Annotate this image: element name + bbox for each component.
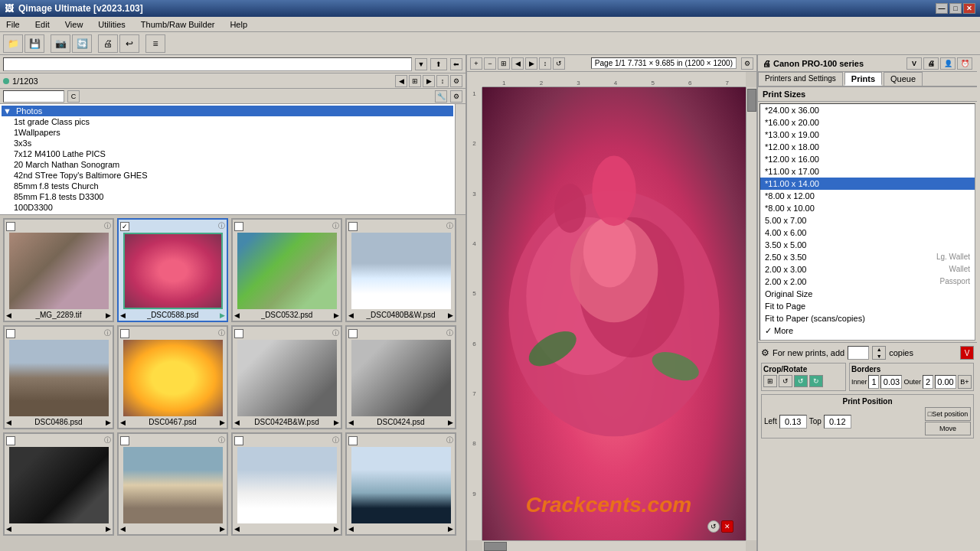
- inner-val-input[interactable]: [880, 375, 902, 389]
- folder-item-wallpapers[interactable]: 1Wallpapers: [2, 127, 453, 138]
- size-fit-page[interactable]: Fit to Page: [760, 300, 975, 312]
- path-dropdown-btn[interactable]: ▼: [415, 58, 427, 70]
- scrollbar-thumb-h[interactable]: [484, 542, 507, 551]
- thumb-cell-6[interactable]: ⓘ ◀ DSC0424B&W.psd ▶: [231, 325, 342, 429]
- preview-prev-btn[interactable]: ◀: [511, 57, 524, 70]
- folder-item-photos[interactable]: ▼ Photos: [2, 106, 453, 116]
- menu-file[interactable]: File: [3, 18, 23, 31]
- thumb-next-2[interactable]: ▶: [334, 311, 339, 319]
- thumb-next-11[interactable]: ▶: [448, 525, 453, 533]
- toolbar-undo-btn[interactable]: ↩: [119, 34, 139, 53]
- toolbar-list-btn[interactable]: ≡: [145, 34, 165, 53]
- thumb-cell-1[interactable]: ⓘ ◀ _DSC0588.psd ▶: [117, 218, 228, 322]
- preview-rotate-overlay[interactable]: ↺: [707, 520, 720, 533]
- thumb-checkbox-0[interactable]: [6, 222, 15, 231]
- thumb-next-3[interactable]: ▶: [448, 311, 453, 319]
- thumb-prev-3[interactable]: ◀: [348, 311, 354, 319]
- menu-thumb-raw[interactable]: Thumb/Raw Builder: [138, 18, 218, 31]
- filter-tools-btn[interactable]: 🔧: [435, 90, 447, 103]
- thumb-next-4[interactable]: ▶: [106, 419, 111, 426]
- size-4x6[interactable]: 4.00 x 6.00: [760, 227, 975, 239]
- size-24x36[interactable]: *24.00 x 36.00: [760, 104, 975, 116]
- tab-prints[interactable]: Prints: [844, 72, 882, 86]
- close-button[interactable]: ✕: [963, 3, 975, 14]
- size-12x18[interactable]: *12.00 x 18.00: [760, 141, 975, 153]
- size-11x17[interactable]: *11.00 x 17.00: [760, 165, 975, 178]
- counter-sort-btn[interactable]: ↕: [436, 75, 449, 87]
- copies-up-btn[interactable]: ▲ ▼: [872, 346, 886, 360]
- preview-close-overlay[interactable]: ✕: [721, 520, 733, 533]
- thumb-prev-5[interactable]: ◀: [120, 419, 126, 426]
- thumb-cell-11[interactable]: ⓘ ◀ ▶: [345, 432, 456, 536]
- folder-item-3x3s[interactable]: 3x3s: [2, 138, 453, 148]
- size-11x14[interactable]: *11.00 x 14.00: [760, 178, 975, 190]
- thumb-next-7[interactable]: ▶: [448, 419, 453, 426]
- counter-grid-btn[interactable]: ⊞: [409, 75, 421, 87]
- printer-btn-1[interactable]: V: [906, 57, 922, 70]
- size-original[interactable]: Original Size: [760, 288, 975, 300]
- folder-item-1stgrade[interactable]: 1st grade Class pics: [2, 116, 453, 127]
- folder-item-20march[interactable]: 20 March Nathan Sonogram: [2, 159, 453, 170]
- menu-view[interactable]: View: [62, 18, 87, 31]
- thumb-next-0[interactable]: ▶: [106, 311, 111, 319]
- size-2x2[interactable]: 2.00 x 2.00Passport: [760, 276, 975, 288]
- tab-queue[interactable]: Queue: [884, 72, 923, 86]
- thumb-checkbox-3[interactable]: [348, 222, 358, 231]
- thumb-cell-4[interactable]: ⓘ ◀ DSC0486.psd ▶: [3, 325, 114, 429]
- thumb-prev-2[interactable]: ◀: [234, 311, 240, 319]
- folder-item-85mm-f8[interactable]: 85mm f.8 tests Church: [2, 181, 453, 191]
- thumb-cell-0[interactable]: ⓘ ◀ _MG_2289.tif ▶: [3, 218, 114, 322]
- thumb-cell-7[interactable]: ⓘ ◀ DSC0424.psd ▶: [345, 325, 456, 429]
- counter-next-btn[interactable]: ▶: [423, 75, 435, 87]
- thumb-prev-9[interactable]: ◀: [120, 525, 126, 533]
- menu-help[interactable]: Help: [227, 18, 250, 31]
- printer-btn-4[interactable]: ⏰: [957, 57, 972, 70]
- thumb-cell-9[interactable]: ⓘ ◀ ▶: [117, 432, 228, 536]
- thumb-cell-5[interactable]: ⓘ ◀ DSC0467.psd ▶: [117, 325, 228, 429]
- toolbar-refresh-btn[interactable]: 🔄: [72, 34, 92, 53]
- size-2.5x3.5[interactable]: 2.50 x 3.50Lg. Wallet: [760, 251, 975, 263]
- left-pos-input[interactable]: [779, 415, 807, 429]
- inner-num-input[interactable]: [868, 375, 879, 389]
- size-3.5x5[interactable]: 3.50 x 5.00: [760, 239, 975, 251]
- size-16x20[interactable]: *16.00 x 20.00: [760, 116, 975, 129]
- outer-val-input[interactable]: [935, 375, 956, 389]
- thumb-checkbox-7[interactable]: [348, 329, 358, 338]
- copies-confirm-btn[interactable]: V: [960, 346, 974, 360]
- preview-settings-btn[interactable]: ⚙: [741, 57, 753, 70]
- thumb-checkbox-5[interactable]: [120, 329, 129, 338]
- folder-item-85mm-f18[interactable]: 85mm F1.8 tests D3300: [2, 191, 453, 202]
- thumb-checkbox-9[interactable]: [120, 436, 129, 445]
- folder-scrollbar[interactable]: [455, 104, 466, 214]
- thumb-checkbox-2[interactable]: [234, 222, 243, 231]
- toolbar-print-btn[interactable]: 🖨: [98, 34, 118, 53]
- toolbar-open-btn[interactable]: 📁: [3, 34, 23, 53]
- border-b-btn[interactable]: B+: [958, 375, 972, 389]
- menu-utilities[interactable]: Utilities: [95, 18, 128, 31]
- toolbar-camera-btn[interactable]: 📷: [51, 34, 70, 53]
- preview-zoom-in[interactable]: +: [470, 57, 482, 70]
- scrollbar-thumb-v[interactable]: [747, 89, 756, 112]
- thumb-next-8[interactable]: ▶: [106, 525, 111, 533]
- thumb-next-5[interactable]: ▶: [220, 419, 225, 426]
- size-8x10[interactable]: *8.00 x 10.00: [760, 202, 975, 214]
- folder-item-100d3300[interactable]: 100D3300: [2, 202, 453, 213]
- path-nav-btn-2[interactable]: ⬅: [450, 58, 462, 70]
- move-btn[interactable]: Move: [925, 422, 971, 435]
- tab-printers-settings[interactable]: Printers and Settings: [758, 72, 843, 86]
- thumb-checkbox-11[interactable]: [348, 436, 358, 445]
- outer-num-input[interactable]: [923, 375, 933, 389]
- thumb-prev-10[interactable]: ◀: [234, 525, 240, 533]
- thumb-checkbox-8[interactable]: [6, 436, 15, 445]
- thumb-next-1[interactable]: ▶: [220, 311, 225, 319]
- size-fit-paper[interactable]: Fit to Paper (scans/copies): [760, 312, 975, 324]
- preview-scrollbar-vertical[interactable]: [746, 87, 756, 540]
- thumb-next-10[interactable]: ▶: [334, 525, 339, 533]
- preview-zoom-out[interactable]: −: [484, 57, 496, 70]
- preview-scrollbar-horizontal[interactable]: [482, 540, 746, 551]
- printer-btn-3[interactable]: 👤: [940, 57, 956, 70]
- preview-rotate-btn[interactable]: ↺: [553, 57, 565, 70]
- filter-input[interactable]: D: [3, 90, 64, 103]
- thumb-cell-3[interactable]: ⓘ ◀ _DSC0480B&W.psd ▶: [345, 218, 456, 322]
- copies-input[interactable]: 1: [848, 346, 869, 360]
